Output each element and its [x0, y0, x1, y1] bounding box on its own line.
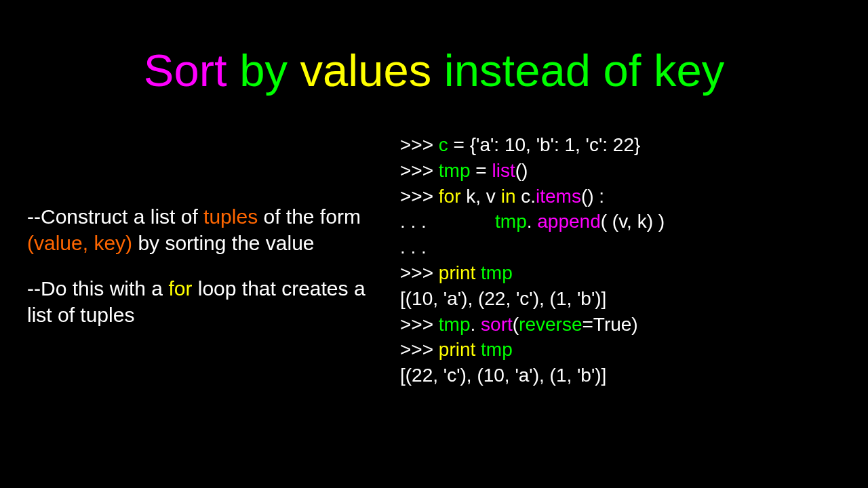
text: c.	[515, 186, 536, 207]
code-line-10: [(22, 'c'), (10, 'a'), (1, 'b')]	[400, 363, 841, 388]
keyword: in	[501, 186, 516, 207]
left-column: --Construct a list of tuples of the form…	[27, 203, 380, 347]
highlight-tuples: tuples	[203, 205, 258, 228]
text: --Do this with a	[27, 277, 168, 300]
highlight-for: for	[168, 277, 192, 300]
keyword: for	[439, 186, 461, 207]
text: ( (v, k) )	[601, 211, 665, 232]
continuation: . . .	[400, 211, 495, 232]
code-line-7: [(10, 'a'), (22, 'c'), (1, 'b')]	[400, 286, 841, 312]
var: tmp	[475, 339, 512, 360]
text: =	[471, 160, 492, 181]
var: c	[439, 134, 448, 155]
code-line-1: >>> c = {'a': 10, 'b': 1, 'c': 22}	[400, 132, 841, 158]
var: tmp	[475, 262, 512, 283]
text: by sorting the value	[132, 232, 315, 254]
text: =True)	[582, 314, 637, 335]
param: reverse	[519, 314, 582, 335]
text: of the form	[258, 205, 361, 228]
method: append	[537, 211, 600, 232]
method: items	[536, 186, 581, 207]
prompt: >>>	[400, 339, 439, 360]
text: .	[527, 211, 538, 232]
prompt: >>>	[400, 314, 439, 335]
var: tmp	[439, 314, 471, 335]
prompt: >>>	[400, 160, 439, 181]
builtin: list	[492, 160, 515, 181]
code-line-9: >>> print tmp	[400, 337, 841, 363]
prompt: >>>	[400, 134, 439, 155]
text: () :	[581, 186, 604, 207]
highlight-value-key: (value, key)	[27, 232, 132, 254]
code-line-4: . . . tmp. append( (v, k) )	[400, 209, 841, 235]
code-line-2: >>> tmp = list()	[400, 158, 841, 184]
text: .	[471, 314, 481, 335]
code-line-5: . . .	[400, 235, 841, 260]
bullet-1: --Construct a list of tuples of the form…	[27, 203, 380, 256]
text: k, v	[461, 186, 501, 207]
code-block: >>> c = {'a': 10, 'b': 1, 'c': 22} >>> t…	[400, 132, 841, 388]
prompt: >>>	[400, 186, 439, 207]
text: --Construct a list of	[27, 205, 203, 228]
text: ()	[515, 160, 528, 181]
code-line-3: >>> for k, v in c.items() :	[400, 184, 841, 209]
prompt: >>>	[400, 262, 439, 283]
var: tmp	[495, 211, 527, 232]
text: (	[513, 314, 519, 335]
keyword: print	[439, 262, 475, 283]
slide-title: Sort by values instead of key	[0, 44, 868, 96]
title-word-4: instead of key	[431, 45, 724, 96]
text: = {'a': 10, 'b': 1, 'c': 22}	[448, 134, 641, 155]
method: sort	[481, 314, 513, 335]
var: tmp	[439, 160, 471, 181]
title-word-3: values	[300, 45, 432, 96]
title-word-2: by	[227, 45, 300, 96]
code-line-6: >>> print tmp	[400, 260, 841, 286]
title-word-1: Sort	[144, 45, 227, 96]
code-line-8: >>> tmp. sort(reverse=True)	[400, 312, 841, 338]
keyword: print	[439, 339, 475, 360]
bullet-2: --Do this with a for loop that creates a…	[27, 275, 380, 328]
